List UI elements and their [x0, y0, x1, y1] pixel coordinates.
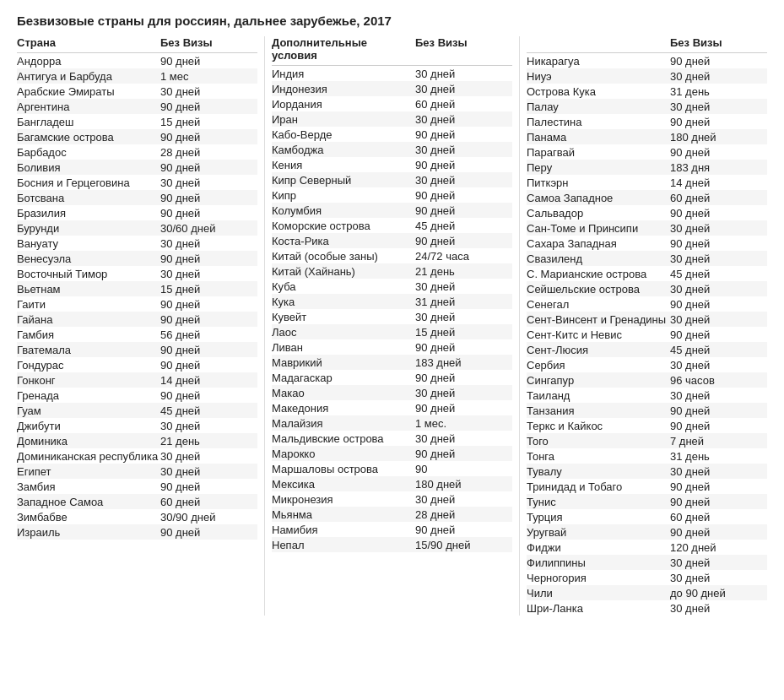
table-row: Колумбия90 дней — [272, 203, 512, 218]
visa-duration: 90 дней — [670, 480, 746, 493]
table-row: Бразилия90 дней — [17, 205, 257, 220]
visa-duration: 180 дней — [670, 131, 746, 144]
visa-duration: 30/90 дней — [160, 511, 236, 524]
visa-duration: 183 дней — [415, 356, 491, 369]
visa-duration: 90 дней — [415, 204, 491, 217]
table-row: Малайзия1 мес. — [272, 415, 512, 431]
country-name: Замбия — [17, 480, 160, 493]
visa-duration: 30 дней — [670, 313, 746, 326]
visa-duration: 30 дней — [670, 602, 746, 615]
country-name: Тонга — [527, 450, 670, 463]
divider-2 — [519, 36, 520, 616]
table-row: Барбадос28 дней — [17, 144, 257, 160]
visa-duration: 90 дней — [670, 328, 746, 341]
col3-visa-header: Без Визы — [670, 36, 746, 49]
visa-duration: 30 дней — [415, 113, 491, 126]
table-row: Багамские острова90 дней — [17, 129, 257, 144]
table-row: Мадагаскар90 дней — [272, 370, 512, 385]
country-name: Барбадос — [17, 146, 160, 159]
visa-duration: 28 дней — [415, 508, 491, 521]
visa-duration: 30 дней — [670, 222, 746, 235]
country-name: Сент-Люсия — [527, 344, 670, 356]
visa-duration: 90 дней — [415, 341, 491, 354]
col3-rows: Никарагуа90 днейНиуэ30 днейОстрова Кука3… — [527, 53, 767, 616]
country-name: Мальдивские острова — [272, 432, 415, 445]
col1-header: Страна Без Визы — [17, 36, 257, 53]
country-name: Мадагаскар — [272, 372, 415, 384]
table-row: Непал15/90 дней — [272, 537, 512, 552]
country-name: Самоа Западное — [527, 192, 670, 204]
table-row: Самоа Западное60 дней — [527, 190, 767, 205]
country-name: Шри-Ланка — [527, 602, 670, 615]
visa-duration: 45 дней — [160, 404, 236, 417]
country-name: Никарагуа — [527, 55, 670, 68]
table-row: Панама180 дней — [527, 129, 767, 144]
table-row: Тонга31 день — [527, 448, 767, 464]
table-row: Гайана90 дней — [17, 312, 257, 327]
table-row: Марокко90 дней — [272, 446, 512, 461]
country-name: Кука — [272, 296, 415, 308]
visa-duration: 56 дней — [160, 328, 236, 341]
country-name: Гамбия — [17, 328, 160, 341]
country-name: Панама — [527, 131, 670, 144]
table-row: Сент-Люсия45 дней — [527, 342, 767, 357]
visa-duration: 24/72 часа — [415, 250, 491, 263]
visa-duration: 90 дней — [160, 207, 236, 220]
country-name: Бразилия — [17, 207, 160, 220]
country-name: Сейшельские острова — [527, 283, 670, 296]
visa-duration: 90 дней — [160, 313, 236, 326]
table-row: Бурунди30/60 дней — [17, 220, 257, 236]
col2-visa-header: Без Визы — [415, 36, 491, 62]
country-name: Питкэрн — [527, 176, 670, 189]
table-row: Иран30 дней — [272, 111, 512, 127]
table-row: Гватемала90 дней — [17, 342, 257, 357]
country-name: Сербия — [527, 359, 670, 372]
table-row: Гренада90 дней — [17, 388, 257, 403]
country-name: Кабо-Верде — [272, 128, 415, 141]
main-table: Страна Без Визы Андорра90 днейАнтигуа и … — [17, 36, 767, 616]
page-title: Безвизовые страны для россиян, дальнее з… — [17, 14, 767, 28]
country-name: Сент-Винсент и Гренадины — [527, 313, 670, 326]
table-row: Парагвай90 дней — [527, 144, 767, 160]
visa-duration: 15 дней — [160, 116, 236, 128]
country-name: Доминика — [17, 435, 160, 448]
table-row: Гаити90 дней — [17, 296, 257, 312]
country-name: Турция — [527, 511, 670, 524]
table-row: Гондурас90 дней — [17, 357, 257, 372]
visa-duration: 90 дней — [160, 161, 236, 174]
table-row: Сербия30 дней — [527, 357, 767, 372]
table-row: Черногория30 дней — [527, 570, 767, 585]
country-name: Сахара Западная — [527, 237, 670, 250]
col1-visa-header: Без Визы — [160, 36, 236, 49]
table-row: Острова Кука31 день — [527, 84, 767, 99]
visa-duration: 90 дней — [160, 344, 236, 356]
table-row: Теркс и Кайкос90 дней — [527, 418, 767, 433]
country-name: Намибия — [272, 524, 415, 536]
table-row: Палестина90 дней — [527, 114, 767, 129]
country-name: Кипр Северный — [272, 174, 415, 187]
country-name: Гаити — [17, 298, 160, 311]
country-name: Кувейт — [272, 311, 415, 323]
country-name: Ниуэ — [527, 70, 670, 83]
table-row: Сенегал90 дней — [527, 296, 767, 312]
country-name: Палау — [527, 100, 670, 113]
country-name: Палестина — [527, 116, 670, 128]
visa-duration: 30 дней — [670, 465, 746, 478]
table-row: Кипр90 дней — [272, 187, 512, 203]
visa-duration: 90 дней — [160, 389, 236, 402]
table-row: Питкэрн14 дней — [527, 175, 767, 190]
table-row: Маврикий183 дней — [272, 355, 512, 370]
country-name: Сан-Томе и Принсипи — [527, 222, 670, 235]
visa-duration: 30 дней — [415, 493, 491, 506]
country-name: Бангладеш — [17, 116, 160, 128]
visa-duration: 30 дней — [670, 100, 746, 113]
visa-duration: 14 дней — [160, 374, 236, 387]
visa-duration: 30 дней — [415, 432, 491, 445]
country-name: Лаос — [272, 326, 415, 339]
visa-duration: 90 дней — [670, 420, 746, 432]
visa-duration: 60 дней — [160, 496, 236, 508]
table-row: Мальдивские острова30 дней — [272, 431, 512, 446]
table-row: Индонезия30 дней — [272, 81, 512, 96]
country-name: Восточный Тимор — [17, 268, 160, 280]
country-name: Китай (особые заны) — [272, 250, 415, 263]
